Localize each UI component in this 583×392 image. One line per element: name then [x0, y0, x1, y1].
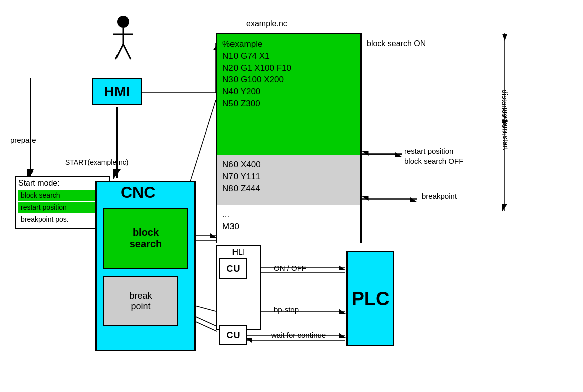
break-point-inner-label: breakpoint [129, 291, 152, 312]
person-icon [110, 14, 136, 64]
nc-filename: example.nc [246, 19, 287, 28]
nc-line-1: %example [222, 38, 355, 50]
block-search-inner-box: blocksearch [103, 208, 188, 269]
plc-box: PLC [346, 251, 394, 346]
hmi-box: HMI [92, 78, 142, 105]
svg-point-26 [117, 16, 129, 28]
start-mode-title: Start mode: [18, 179, 107, 188]
svg-line-29 [115, 44, 123, 59]
restart-position-label: restart position [404, 147, 453, 155]
start-mode-breakpoint: breakpoint pos. [18, 214, 107, 225]
breakpoint-label: breakpoint [422, 192, 457, 200]
svg-line-30 [123, 44, 131, 59]
start-mode-restart-position: restart position [18, 202, 107, 213]
nc-line-11: M30 [222, 221, 355, 233]
nc-line-10: ... [222, 209, 355, 221]
start-command-label: START(example.nc) [65, 158, 129, 166]
nc-line-2: N10 G74 X1 [222, 50, 355, 62]
main-diagram: prepare HMI START(example.nc) example.nc… [0, 0, 583, 392]
bp-stop-label: bp-stop [274, 305, 299, 314]
block-search-on-label: block search ON [367, 39, 426, 48]
program-start-label: progam start [502, 107, 510, 150]
hmi-label: HMI [104, 84, 130, 100]
cu-box-1: CU [219, 258, 247, 279]
nc-line-3: N20 G1 X100 F10 [222, 62, 355, 74]
block-search-inner-label: blocksearch [130, 227, 162, 250]
nc-line-4: N30 G100 X200 [222, 74, 355, 86]
nc-line-8: N70 Y111 [222, 171, 355, 183]
prepare-label: prepare [10, 136, 36, 144]
break-point-inner-box: breakpoint [103, 276, 178, 326]
hli-label: HLI [217, 246, 260, 257]
nc-file-box: %example N10 G74 X1 N20 G1 X100 F10 N30 … [216, 33, 362, 243]
nc-code-green-section: %example N10 G74 X1 N20 G1 X100 F10 N30 … [217, 34, 360, 155]
hli-area: HLI [216, 245, 261, 330]
nc-line-9: N80 Z444 [222, 183, 355, 195]
cu-box-2: CU [219, 325, 247, 345]
nc-code-white-section: ... M30 [217, 205, 360, 245]
nc-line-5: N40 Y200 [222, 86, 355, 98]
cu-label-2: CU [227, 330, 240, 341]
nc-line-6: N50 Z300 [222, 98, 355, 110]
plc-label: PLC [352, 288, 390, 310]
person-figure [110, 14, 136, 66]
cnc-label: CNC [121, 183, 155, 202]
block-search-off-label: block search OFF [404, 157, 463, 165]
nc-line-7: N60 X400 [222, 159, 355, 171]
nc-code-gray-section: N60 X400 N70 Y111 N80 Z444 [217, 155, 360, 205]
cu-label-1: CU [227, 264, 240, 274]
on-off-label: ON / OFF [274, 264, 306, 272]
start-mode-block-search: block search [18, 190, 107, 201]
wait-for-continue-label: wait for continue [271, 330, 326, 340]
